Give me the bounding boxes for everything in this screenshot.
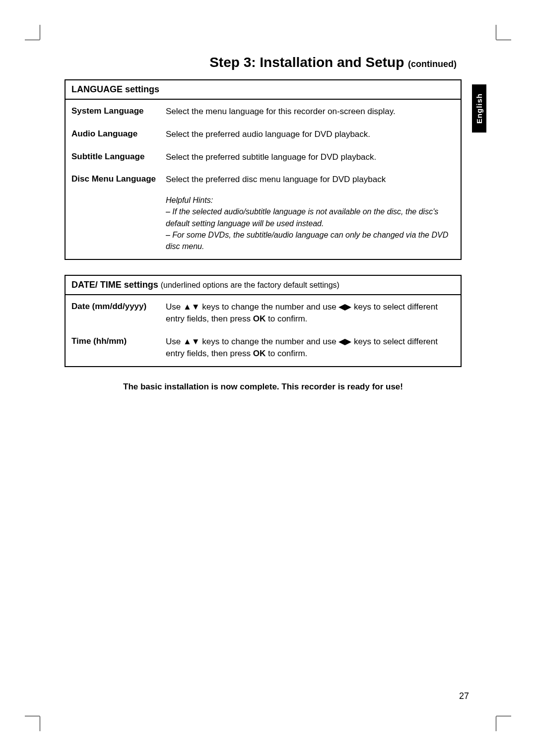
box-body: Date (mm/dd/yyyy) Use ▲▼ keys to change … bbox=[66, 295, 461, 366]
up-down-icon: ▲▼ bbox=[183, 302, 200, 312]
crop-mark bbox=[496, 716, 511, 716]
setting-label: Date (mm/dd/yyyy) bbox=[71, 301, 166, 325]
desc-text: keys to change the number and use bbox=[200, 302, 339, 312]
setting-description: Select the preferred subtitle language f… bbox=[166, 151, 376, 163]
crop-mark bbox=[25, 40, 40, 40]
left-right-icon: ◀▶ bbox=[338, 302, 351, 312]
datetime-settings-box: DATE/ TIME settings (underlined options … bbox=[65, 275, 462, 367]
desc-text: to confirm. bbox=[266, 349, 307, 358]
hints-line: – For some DVDs, the subtitle/audio lang… bbox=[166, 229, 455, 252]
setting-row: Audio Language Select the preferred audi… bbox=[71, 128, 455, 140]
box-body: System Language Select the menu language… bbox=[66, 100, 461, 259]
crop-mark bbox=[40, 25, 40, 40]
hints-title: Helpful Hints: bbox=[166, 194, 455, 206]
box-header: LANGUAGE settings bbox=[66, 80, 461, 100]
desc-text: keys to change the number and use bbox=[200, 337, 339, 346]
page-number: 27 bbox=[459, 691, 469, 701]
crop-mark bbox=[496, 716, 496, 731]
desc-text: to confirm. bbox=[266, 314, 307, 323]
setting-row: System Language Select the menu language… bbox=[71, 106, 455, 118]
helpful-hints: Helpful Hints: – If the selected audio/s… bbox=[166, 194, 455, 252]
crop-mark bbox=[496, 40, 511, 40]
setting-row: Disc Menu Language Select the preferred … bbox=[71, 174, 455, 252]
ok-label: OK bbox=[253, 314, 266, 323]
box-header-title: LANGUAGE settings bbox=[71, 84, 159, 94]
box-header-title: DATE/ TIME settings bbox=[71, 280, 158, 290]
setting-desc-text: Select the preferred disc menu language … bbox=[166, 175, 386, 184]
language-settings-box: LANGUAGE settings System Language Select… bbox=[65, 79, 462, 260]
desc-text: Use bbox=[166, 302, 183, 312]
ok-label: OK bbox=[253, 349, 266, 358]
crop-mark bbox=[496, 25, 496, 40]
crop-mark bbox=[40, 716, 40, 731]
setting-row: Date (mm/dd/yyyy) Use ▲▼ keys to change … bbox=[71, 301, 455, 325]
box-header: DATE/ TIME settings (underlined options … bbox=[66, 276, 461, 295]
setting-description: Use ▲▼ keys to change the number and use… bbox=[166, 301, 455, 325]
crop-mark bbox=[25, 716, 40, 716]
setting-description: Use ▲▼ keys to change the number and use… bbox=[166, 336, 455, 360]
setting-label: Time (hh/mm) bbox=[71, 336, 166, 360]
manual-page: English Step 3: Installation and Setup (… bbox=[0, 0, 536, 756]
setting-label: Subtitle Language bbox=[71, 151, 166, 163]
setting-description: Select the preferred disc menu language … bbox=[166, 174, 455, 252]
left-right-icon: ◀▶ bbox=[338, 337, 351, 346]
setting-label: Disc Menu Language bbox=[71, 174, 166, 252]
completion-message: The basic installation is now complete. … bbox=[65, 382, 462, 392]
desc-text: Use bbox=[166, 337, 183, 346]
setting-row: Subtitle Language Select the preferred s… bbox=[71, 151, 455, 163]
content-area: Step 3: Installation and Setup (continue… bbox=[65, 55, 462, 392]
title-continued: (continued) bbox=[408, 59, 457, 69]
setting-label: Audio Language bbox=[71, 128, 166, 140]
hints-line: – If the selected audio/subtitle languag… bbox=[166, 206, 455, 229]
setting-description: Select the preferred audio language for … bbox=[166, 128, 370, 140]
page-title: Step 3: Installation and Setup (continue… bbox=[65, 55, 462, 70]
up-down-icon: ▲▼ bbox=[183, 337, 200, 346]
setting-label: System Language bbox=[71, 106, 166, 118]
language-tab: English bbox=[472, 84, 486, 132]
setting-row: Time (hh/mm) Use ▲▼ keys to change the n… bbox=[71, 336, 455, 360]
box-header-note: (underlined options are the factory defa… bbox=[161, 281, 339, 289]
title-main: Step 3: Installation and Setup bbox=[209, 55, 404, 70]
setting-description: Select the menu language for this record… bbox=[166, 106, 396, 118]
